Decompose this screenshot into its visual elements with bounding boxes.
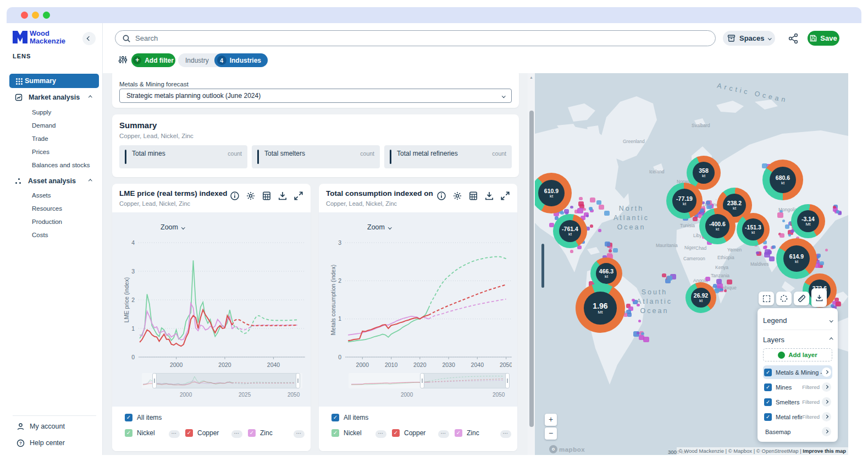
map-marker[interactable] (765, 249, 771, 255)
scrollbar-up-arrow[interactable]: ▲ (529, 75, 533, 79)
forecast-select[interactable]: Strategic metals planning outlook (June … (119, 89, 512, 103)
legend-all-items[interactable]: ✓All items (125, 414, 162, 421)
layer-row-basemap[interactable]: Basemap (763, 425, 832, 438)
map-side-scroll-indicator[interactable] (541, 244, 544, 288)
series-options-button[interactable]: ⋯ (169, 430, 180, 438)
sidebar-item-summary[interactable]: Summary (9, 74, 99, 88)
sidebar-item-trade[interactable]: Trade (32, 135, 48, 142)
search-box[interactable] (115, 30, 716, 46)
map-marker[interactable] (769, 256, 775, 261)
minimize-window-button[interactable] (32, 12, 39, 19)
vertical-scrollbar[interactable]: ▲ (528, 73, 535, 455)
legend-item-copper[interactable]: ✓Copper (185, 429, 219, 437)
map-donut-aggregate[interactable]: -400.6kt (699, 208, 736, 244)
range-slider-left-handle[interactable] (152, 373, 157, 388)
map-marker[interactable] (820, 261, 824, 265)
legend-item-zinc[interactable]: ✓Zinc (248, 429, 273, 437)
layer-expand-button[interactable] (822, 368, 831, 377)
series-options-button[interactable]: ⋯ (375, 430, 386, 438)
layer-expand-button[interactable] (822, 412, 831, 421)
range-slider[interactable] (142, 373, 302, 388)
map-marker[interactable] (777, 212, 783, 218)
chart-zoom-dropdown[interactable]: Zoom (367, 223, 391, 231)
map-marker[interactable] (779, 233, 784, 238)
expand-icon[interactable] (500, 191, 510, 201)
legend-section-toggle[interactable]: Legend (763, 314, 832, 327)
range-slider-selection[interactable] (422, 373, 507, 388)
sidebar-item-production[interactable]: Production (32, 218, 62, 225)
map-marker[interactable] (706, 201, 710, 205)
data-table-icon[interactable] (468, 191, 478, 201)
map-marker[interactable] (598, 229, 601, 232)
series-options-button[interactable]: ⋯ (500, 430, 511, 438)
all-items-checkbox[interactable]: ✓ (125, 414, 132, 421)
map-marker[interactable] (570, 250, 573, 253)
series-checkbox[interactable]: ✓ (455, 429, 462, 437)
map-donut-aggregate[interactable]: -151.3kt (737, 213, 770, 246)
map-marker[interactable] (716, 279, 722, 284)
map-donut-aggregate[interactable]: -3.14Mt (791, 204, 825, 238)
map-zoom-out-button[interactable]: − (545, 427, 557, 440)
map-marker[interactable] (590, 198, 595, 202)
layer-expand-button[interactable] (822, 397, 831, 407)
map-donut-aggregate[interactable]: 680.6kt (762, 160, 803, 200)
series-options-button[interactable]: ⋯ (438, 430, 449, 438)
map-marker[interactable] (831, 304, 834, 308)
map-donut-aggregate[interactable]: 1.96Mt (576, 283, 625, 333)
measure-tool-button[interactable] (794, 292, 809, 305)
legend-item-nickel[interactable]: ✓Nickel (125, 429, 155, 437)
map-marker[interactable] (705, 277, 710, 281)
map-marker[interactable] (609, 249, 612, 253)
legend-item-zinc[interactable]: ✓Zinc (455, 429, 479, 437)
all-items-checkbox[interactable]: ✓ (331, 414, 339, 421)
world-map[interactable]: Arctic OceanNorthAtlanticOceanSouthAtlan… (535, 73, 848, 455)
layer-checkbox[interactable]: ✓ (764, 383, 772, 391)
sidebar-item-asset-analysis[interactable]: Asset analysis (9, 175, 99, 187)
map-donut-aggregate[interactable]: 26.92kt (685, 282, 716, 313)
range-slider[interactable] (349, 373, 509, 388)
sidebar-item-supply[interactable]: Supply (32, 109, 51, 116)
map-marker[interactable] (693, 217, 698, 221)
sidebar-item-help-center[interactable]: ? Help center (16, 437, 99, 449)
map-marker[interactable] (589, 207, 593, 211)
lasso-select-tool-button[interactable] (776, 292, 792, 305)
range-slider-right-handle[interactable] (505, 373, 510, 388)
map-marker[interactable] (662, 273, 666, 277)
industry-filter-chip[interactable]: Industry 4 Industries (178, 53, 268, 67)
series-checkbox[interactable]: ✓ (125, 429, 132, 437)
series-options-button[interactable]: ⋯ (231, 430, 242, 438)
layer-checkbox[interactable]: ✓ (764, 369, 772, 376)
sidebar-item-assets[interactable]: Assets (32, 192, 51, 199)
layer-expand-button[interactable] (822, 427, 831, 436)
map-marker[interactable] (604, 211, 610, 216)
expand-icon[interactable] (294, 191, 303, 201)
map-marker[interactable] (570, 206, 573, 209)
map-donut-aggregate[interactable]: 614.9kt (776, 238, 817, 279)
download-icon[interactable] (484, 191, 494, 201)
map-marker[interactable] (579, 197, 583, 200)
map-marker[interactable] (836, 210, 839, 213)
info-icon[interactable] (230, 191, 240, 201)
layers-section-toggle[interactable]: Layers (763, 333, 832, 346)
mapbox-logo[interactable]: o mapbox (549, 445, 585, 453)
map-marker[interactable] (825, 249, 828, 251)
layer-row-smelters[interactable]: ✓ Smelters Filtered (763, 395, 832, 409)
layer-row-mines[interactable]: ✓ Mines Filtered (763, 380, 832, 394)
map-marker[interactable] (577, 208, 583, 213)
sidebar-item-prices[interactable]: Prices (32, 149, 49, 155)
maximize-window-button[interactable] (43, 12, 50, 19)
layer-row-metal-refineries[interactable]: ✓ Metal refineri... Filtered (763, 410, 832, 424)
map-marker[interactable] (637, 304, 640, 306)
map-donut-aggregate[interactable]: -761.4kt (553, 214, 587, 248)
improve-map-link[interactable]: Improve this map (803, 448, 846, 454)
scrollbar-thumb[interactable] (529, 111, 534, 427)
map-marker[interactable] (613, 248, 618, 253)
sidebar-item-costs[interactable]: Costs (32, 232, 48, 238)
download-icon[interactable] (278, 191, 288, 201)
save-button[interactable]: Save (808, 31, 839, 46)
map-marker[interactable] (590, 224, 593, 228)
add-layer-button[interactable]: + Add layer (763, 348, 832, 361)
map-zoom-in-button[interactable]: + (545, 414, 557, 426)
map-marker[interactable] (772, 245, 776, 249)
map-marker[interactable] (609, 246, 612, 249)
